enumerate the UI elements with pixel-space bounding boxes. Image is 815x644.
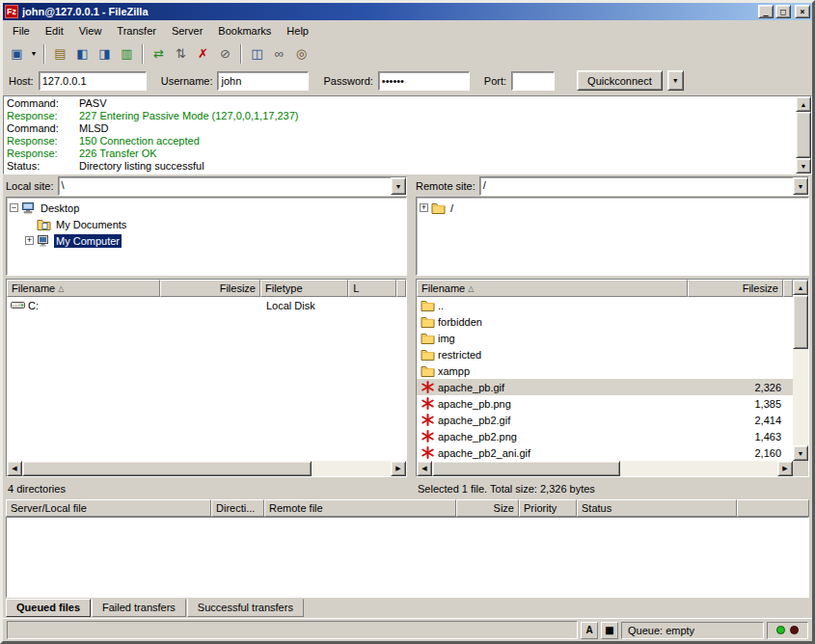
- scroll-right-icon[interactable]: ▶: [777, 461, 793, 476]
- local-site-value[interactable]: \: [59, 177, 391, 195]
- local-file-row[interactable]: C:Local Disk: [7, 297, 406, 313]
- toggle-queue-button[interactable]: ▥: [116, 43, 138, 65]
- tab-queued-files[interactable]: Queued files: [6, 599, 91, 617]
- column-header-filename[interactable]: Filename△: [7, 280, 160, 297]
- minimize-button[interactable]: _: [758, 5, 774, 18]
- remote-file-row[interactable]: apache_pb.gif2,326: [417, 379, 793, 395]
- local-site-dropdown[interactable]: ▼: [391, 177, 406, 195]
- remote-directory-tree[interactable]: +/: [416, 197, 809, 276]
- menu-file[interactable]: File: [5, 22, 38, 40]
- toggle-local-tree-button[interactable]: ◧: [71, 43, 94, 65]
- column-header-remote-file[interactable]: Remote file: [264, 499, 456, 517]
- remote-file-row[interactable]: apache_pb2.png1,463: [417, 428, 793, 444]
- column-header-server-local-file[interactable]: Server/Local file: [6, 499, 211, 517]
- local-hscroll-track[interactable]: [22, 461, 391, 476]
- remote-file-row[interactable]: apache_pb.png1,385: [417, 395, 793, 412]
- process-queue-button[interactable]: ⇅: [170, 43, 192, 65]
- keyboard-icon[interactable]: ▦: [601, 622, 618, 639]
- log-scrollbar[interactable]: ▲ ▼: [796, 96, 811, 174]
- log-line-response: Response:227 Entering Passive Mode (127,…: [7, 110, 793, 122]
- column-header-filetype[interactable]: Filetype: [260, 280, 348, 297]
- site-manager-button[interactable]: ▣: [6, 43, 28, 65]
- local-file-list[interactable]: C:Local Disk: [7, 297, 406, 461]
- refresh-button[interactable]: ⇄: [148, 43, 170, 65]
- file-type: Local Disk: [262, 300, 351, 311]
- remote-hscroll-thumb[interactable]: [432, 461, 620, 476]
- file-size: 2,326: [690, 382, 785, 393]
- expander-minus-icon[interactable]: −: [10, 203, 18, 212]
- remote-file-row[interactable]: apache_pb2_ani.gif2,160: [417, 444, 793, 461]
- expander-plus-icon[interactable]: +: [25, 236, 34, 245]
- menu-edit[interactable]: Edit: [38, 22, 71, 40]
- expander-plus-icon[interactable]: +: [420, 203, 428, 212]
- remote-hscroll-track[interactable]: [432, 461, 777, 476]
- scroll-down-icon[interactable]: ▼: [796, 158, 811, 174]
- remote-tree-item-item[interactable]: +/: [417, 200, 808, 216]
- directory-compare-button[interactable]: ◫: [246, 43, 268, 65]
- remote-hscrollbar[interactable]: ◀ ▶: [417, 461, 793, 476]
- quickconnect-dropdown[interactable]: ▼: [667, 70, 684, 91]
- password-input[interactable]: [378, 71, 470, 91]
- scroll-right-icon[interactable]: ▶: [391, 461, 406, 476]
- remote-vscroll-thumb[interactable]: [793, 295, 808, 349]
- menu-bookmarks[interactable]: Bookmarks: [210, 22, 279, 40]
- menu-server[interactable]: Server: [164, 22, 210, 40]
- titlebar[interactable]: Fz john@127.0.0.1 - FileZilla _ □ ×: [3, 3, 812, 20]
- column-header-size[interactable]: Size: [456, 499, 519, 517]
- column-header-filesize[interactable]: Filesize: [160, 280, 260, 297]
- scroll-up-icon[interactable]: ▲: [793, 280, 808, 295]
- local-tree-item-my-computer[interactable]: +My Computer: [7, 232, 406, 249]
- column-header-priority[interactable]: Priority: [519, 499, 577, 517]
- host-input[interactable]: [39, 71, 147, 91]
- remote-vscrollbar[interactable]: ▲ ▼: [793, 280, 808, 476]
- local-hscrollbar[interactable]: ◀ ▶: [7, 461, 406, 476]
- synchronized-browsing-button[interactable]: ∞: [268, 43, 290, 65]
- remote-file-row[interactable]: restricted: [417, 346, 793, 362]
- scroll-left-icon[interactable]: ◀: [417, 461, 432, 476]
- local-directory-tree[interactable]: −DesktopMy Documents+My Computer: [6, 197, 407, 276]
- maximize-button[interactable]: □: [775, 5, 791, 18]
- tab-failed-transfers[interactable]: Failed transfers: [92, 599, 186, 617]
- find-files-button[interactable]: ◎: [290, 43, 312, 65]
- scroll-left-icon[interactable]: ◀: [7, 461, 22, 476]
- remote-file-list[interactable]: ..forbiddenimgrestrictedxamppapache_pb.g…: [417, 297, 793, 461]
- port-input[interactable]: [511, 71, 555, 91]
- log-scroll-thumb[interactable]: [796, 112, 811, 158]
- remote-site-combo[interactable]: / ▼: [479, 176, 809, 196]
- remote-file-row[interactable]: img: [417, 330, 793, 346]
- transfer-queue[interactable]: [6, 517, 809, 598]
- scroll-down-icon[interactable]: ▼: [793, 445, 808, 461]
- menu-view[interactable]: View: [71, 22, 110, 40]
- site-manager-dropdown-button[interactable]: ▼: [28, 43, 40, 65]
- folder-icon: [421, 348, 435, 361]
- quickconnect-button[interactable]: Quickconnect: [577, 70, 663, 91]
- tab-successful-transfers[interactable]: Successful transfers: [187, 599, 304, 617]
- log-scroll-track[interactable]: [796, 112, 811, 158]
- local-site-combo[interactable]: \ ▼: [58, 176, 407, 196]
- remote-site-dropdown[interactable]: ▼: [793, 177, 808, 195]
- cancel-button[interactable]: ✗: [192, 43, 214, 65]
- remote-file-row[interactable]: ..: [417, 297, 793, 313]
- remote-file-row[interactable]: apache_pb2.gif2,414: [417, 412, 793, 428]
- local-tree-item-my-documents[interactable]: My Documents: [7, 216, 406, 232]
- disconnect-button[interactable]: ⊘: [214, 43, 236, 65]
- local-hscroll-thumb[interactable]: [22, 461, 312, 476]
- username-input[interactable]: [217, 71, 309, 91]
- menu-transfer[interactable]: Transfer: [109, 22, 164, 40]
- remote-site-value[interactable]: /: [480, 177, 793, 195]
- remote-file-row[interactable]: xampp: [417, 362, 793, 379]
- scroll-up-icon[interactable]: ▲: [796, 96, 811, 112]
- remote-vscroll-track[interactable]: [793, 295, 808, 445]
- column-header-l[interactable]: L: [348, 280, 396, 297]
- local-tree-item-desktop[interactable]: −Desktop: [7, 200, 406, 216]
- menu-help[interactable]: Help: [279, 22, 316, 40]
- close-button[interactable]: ×: [795, 5, 810, 18]
- column-header-directi[interactable]: Directi...: [211, 499, 264, 517]
- column-header-status[interactable]: Status: [577, 499, 737, 517]
- column-header-filename[interactable]: Filename△: [417, 280, 688, 297]
- transfer-type-icon[interactable]: A: [581, 622, 598, 639]
- toggle-remote-tree-button[interactable]: ◨: [94, 43, 116, 65]
- remote-file-row[interactable]: forbidden: [417, 313, 793, 330]
- column-header-filesize[interactable]: Filesize: [688, 280, 783, 297]
- toggle-message-log-button[interactable]: ▤: [49, 43, 71, 65]
